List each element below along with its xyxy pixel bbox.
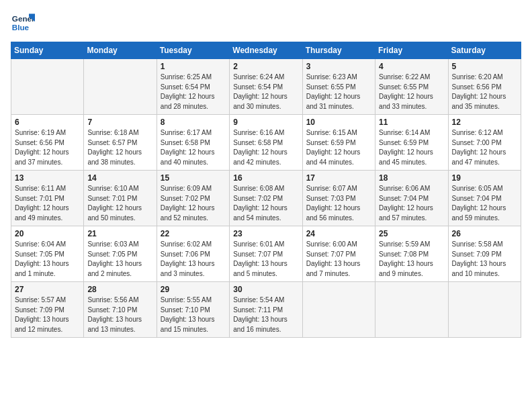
day-number: 20 (15, 229, 80, 238)
calendar-week-row: 13Sunrise: 6:11 AM Sunset: 7:01 PM Dayli… (11, 171, 521, 226)
day-info: Sunrise: 6:01 AM Sunset: 7:07 PM Dayligh… (233, 240, 298, 279)
weekday-header: Tuesday (157, 42, 229, 59)
calendar-day-cell: 3Sunrise: 6:23 AM Sunset: 6:55 PM Daylig… (302, 59, 375, 115)
calendar-day-cell (84, 59, 157, 115)
day-info: Sunrise: 6:15 AM Sunset: 6:59 PM Dayligh… (306, 128, 371, 167)
calendar-day-cell: 20Sunrise: 6:04 AM Sunset: 7:05 PM Dayli… (11, 226, 84, 282)
day-info: Sunrise: 5:55 AM Sunset: 7:10 PM Dayligh… (161, 295, 226, 334)
day-info: Sunrise: 5:57 AM Sunset: 7:09 PM Dayligh… (15, 295, 80, 334)
calendar-day-cell: 26Sunrise: 5:58 AM Sunset: 7:09 PM Dayli… (448, 226, 521, 282)
day-number: 11 (379, 118, 444, 127)
day-info: Sunrise: 6:09 AM Sunset: 7:02 PM Dayligh… (161, 184, 226, 223)
calendar-day-cell: 24Sunrise: 6:00 AM Sunset: 7:07 PM Dayli… (302, 226, 375, 282)
day-number: 23 (233, 229, 298, 238)
calendar-day-cell: 2Sunrise: 6:24 AM Sunset: 6:54 PM Daylig… (230, 59, 302, 115)
day-number: 16 (233, 173, 298, 183)
day-number: 1 (161, 62, 226, 71)
calendar-day-cell: 5Sunrise: 6:20 AM Sunset: 6:56 PM Daylig… (448, 59, 521, 115)
calendar-day-cell: 12Sunrise: 6:12 AM Sunset: 7:00 PM Dayli… (448, 115, 521, 171)
day-info: Sunrise: 6:20 AM Sunset: 6:56 PM Dayligh… (452, 73, 517, 111)
day-number: 19 (452, 173, 517, 183)
day-number: 21 (87, 229, 152, 238)
calendar-day-cell: 4Sunrise: 6:22 AM Sunset: 6:55 PM Daylig… (375, 59, 448, 115)
day-info: Sunrise: 6:08 AM Sunset: 7:02 PM Dayligh… (233, 184, 298, 223)
calendar-day-cell: 22Sunrise: 6:02 AM Sunset: 7:06 PM Dayli… (157, 226, 229, 282)
day-number: 2 (233, 62, 298, 71)
calendar-day-cell: 8Sunrise: 6:17 AM Sunset: 6:58 PM Daylig… (157, 115, 229, 171)
day-info: Sunrise: 6:00 AM Sunset: 7:07 PM Dayligh… (306, 240, 371, 279)
day-number: 24 (306, 229, 371, 238)
day-number: 5 (452, 62, 517, 71)
day-info: Sunrise: 6:18 AM Sunset: 6:57 PM Dayligh… (87, 128, 152, 167)
day-number: 13 (15, 173, 80, 183)
calendar-day-cell: 27Sunrise: 5:57 AM Sunset: 7:09 PM Dayli… (11, 282, 84, 338)
day-info: Sunrise: 5:58 AM Sunset: 7:09 PM Dayligh… (452, 240, 517, 279)
calendar-day-cell: 13Sunrise: 6:11 AM Sunset: 7:01 PM Dayli… (11, 171, 84, 226)
day-number: 28 (87, 285, 152, 294)
day-number: 6 (15, 118, 80, 127)
day-info: Sunrise: 5:59 AM Sunset: 7:08 PM Dayligh… (379, 240, 444, 279)
day-info: Sunrise: 6:16 AM Sunset: 6:58 PM Dayligh… (233, 128, 298, 167)
calendar-day-cell: 7Sunrise: 6:18 AM Sunset: 6:57 PM Daylig… (84, 115, 157, 171)
logo-icon: General Blue (11, 11, 35, 35)
day-number: 15 (161, 173, 226, 183)
day-number: 29 (161, 285, 226, 294)
calendar-day-cell: 28Sunrise: 5:56 AM Sunset: 7:10 PM Dayli… (84, 282, 157, 338)
day-number: 8 (161, 118, 226, 127)
calendar-day-cell: 10Sunrise: 6:15 AM Sunset: 6:59 PM Dayli… (302, 115, 375, 171)
day-number: 22 (161, 229, 226, 238)
weekday-header: Friday (375, 42, 448, 59)
calendar-week-row: 20Sunrise: 6:04 AM Sunset: 7:05 PM Dayli… (11, 226, 521, 282)
weekday-header: Sunday (11, 42, 84, 59)
weekday-header-row: SundayMondayTuesdayWednesdayThursdayFrid… (11, 42, 521, 59)
day-info: Sunrise: 6:02 AM Sunset: 7:06 PM Dayligh… (161, 240, 226, 279)
day-info: Sunrise: 6:05 AM Sunset: 7:04 PM Dayligh… (452, 184, 517, 223)
calendar-day-cell: 19Sunrise: 6:05 AM Sunset: 7:04 PM Dayli… (448, 171, 521, 226)
day-info: Sunrise: 6:04 AM Sunset: 7:05 PM Dayligh… (15, 240, 80, 279)
calendar-day-cell: 18Sunrise: 6:06 AM Sunset: 7:04 PM Dayli… (375, 171, 448, 226)
day-number: 7 (87, 118, 152, 127)
calendar-day-cell: 29Sunrise: 5:55 AM Sunset: 7:10 PM Dayli… (157, 282, 229, 338)
day-info: Sunrise: 6:10 AM Sunset: 7:01 PM Dayligh… (87, 184, 152, 223)
day-info: Sunrise: 6:11 AM Sunset: 7:01 PM Dayligh… (15, 184, 80, 223)
calendar-week-row: 1Sunrise: 6:25 AM Sunset: 6:54 PM Daylig… (11, 59, 521, 115)
calendar-day-cell: 17Sunrise: 6:07 AM Sunset: 7:03 PM Dayli… (302, 171, 375, 226)
calendar-day-cell: 16Sunrise: 6:08 AM Sunset: 7:02 PM Dayli… (230, 171, 302, 226)
day-number: 30 (233, 285, 298, 294)
day-number: 3 (306, 62, 371, 71)
calendar-day-cell: 6Sunrise: 6:19 AM Sunset: 6:56 PM Daylig… (11, 115, 84, 171)
day-number: 12 (452, 118, 517, 127)
calendar-table: SundayMondayTuesdayWednesdayThursdayFrid… (11, 42, 521, 338)
day-number: 18 (379, 173, 444, 183)
calendar-day-cell: 23Sunrise: 6:01 AM Sunset: 7:07 PM Dayli… (230, 226, 302, 282)
day-info: Sunrise: 6:07 AM Sunset: 7:03 PM Dayligh… (306, 184, 371, 223)
weekday-header: Monday (84, 42, 157, 59)
weekday-header: Thursday (302, 42, 375, 59)
day-info: Sunrise: 6:22 AM Sunset: 6:55 PM Dayligh… (379, 73, 444, 111)
calendar-day-cell (302, 282, 375, 338)
day-info: Sunrise: 6:03 AM Sunset: 7:05 PM Dayligh… (87, 240, 152, 279)
day-number: 26 (452, 229, 517, 238)
weekday-header: Wednesday (230, 42, 302, 59)
day-number: 14 (87, 173, 152, 183)
day-info: Sunrise: 6:12 AM Sunset: 7:00 PM Dayligh… (452, 128, 517, 167)
day-info: Sunrise: 6:23 AM Sunset: 6:55 PM Dayligh… (306, 73, 371, 111)
svg-text:Blue: Blue (12, 23, 30, 32)
day-info: Sunrise: 5:54 AM Sunset: 7:11 PM Dayligh… (233, 295, 298, 334)
day-info: Sunrise: 6:19 AM Sunset: 6:56 PM Dayligh… (15, 128, 80, 167)
day-number: 9 (233, 118, 298, 127)
logo: General Blue (11, 11, 35, 35)
page-header: General Blue (11, 11, 521, 35)
calendar-day-cell: 14Sunrise: 6:10 AM Sunset: 7:01 PM Dayli… (84, 171, 157, 226)
calendar-day-cell (448, 282, 521, 338)
calendar-day-cell: 21Sunrise: 6:03 AM Sunset: 7:05 PM Dayli… (84, 226, 157, 282)
day-info: Sunrise: 6:17 AM Sunset: 6:58 PM Dayligh… (161, 128, 226, 167)
day-number: 4 (379, 62, 444, 71)
calendar-day-cell: 15Sunrise: 6:09 AM Sunset: 7:02 PM Dayli… (157, 171, 229, 226)
calendar-day-cell: 11Sunrise: 6:14 AM Sunset: 6:59 PM Dayli… (375, 115, 448, 171)
day-number: 27 (15, 285, 80, 294)
day-info: Sunrise: 6:06 AM Sunset: 7:04 PM Dayligh… (379, 184, 444, 223)
day-number: 10 (306, 118, 371, 127)
calendar-day-cell: 1Sunrise: 6:25 AM Sunset: 6:54 PM Daylig… (157, 59, 229, 115)
day-number: 25 (379, 229, 444, 238)
